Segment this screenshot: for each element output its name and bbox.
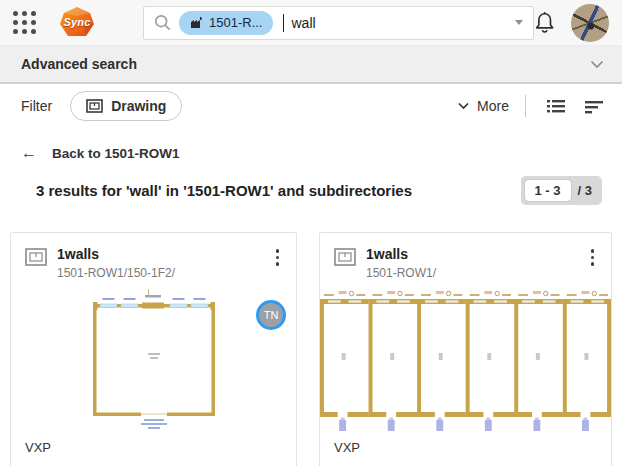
back-link-label: Back to 1501-ROW1 [52, 146, 180, 161]
advanced-search-label: Advanced search [21, 56, 137, 72]
view-tools: More [458, 95, 604, 117]
card-path: 1501-ROW1/ [366, 266, 576, 280]
more-button[interactable]: More [458, 98, 509, 114]
kebab-menu-icon[interactable] [586, 246, 600, 269]
pagination-range[interactable]: 1 - 3 [525, 180, 571, 201]
search-query-text: wall [291, 15, 315, 31]
search-input[interactable]: 1501-R... wall [143, 6, 534, 40]
card-title: 1walls [57, 246, 261, 262]
sort-icon [584, 98, 604, 114]
back-link[interactable]: ← Back to 1501-ROW1 [0, 145, 622, 161]
advanced-search-bar[interactable]: Advanced search [0, 46, 622, 84]
filter-chip-label: Drawing [111, 98, 166, 114]
card-title: 1walls [366, 246, 576, 262]
app-launcher-icon[interactable] [13, 11, 36, 34]
results-grid: 1walls 1501-ROW1/150-1F2/ [0, 232, 622, 466]
card-path: 1501-ROW1/150-1F2/ [57, 266, 261, 280]
building-icon [190, 16, 203, 29]
sync-logo-text: Sync [59, 16, 95, 28]
more-label: More [477, 98, 509, 114]
drawing-doc-icon [334, 248, 356, 266]
filter-bar: Filter Drawing More [0, 84, 622, 128]
chevron-down-icon[interactable] [590, 60, 604, 69]
back-arrow-icon: ← [21, 145, 37, 161]
filter-chip-drawing[interactable]: Drawing [70, 91, 182, 121]
result-card-2[interactable]: 1walls 1501-ROW1/ [319, 232, 612, 466]
drawing-icon [86, 99, 103, 113]
pagination: 1 - 3 / 3 [521, 176, 602, 205]
search-dropdown-icon[interactable] [515, 20, 523, 25]
divider [525, 95, 526, 117]
user-avatar[interactable] [571, 4, 609, 42]
text-cursor [283, 14, 284, 32]
results-heading: 3 results for 'wall' in '1501-ROW1' and … [36, 182, 412, 199]
card-title-block: 1walls 1501-ROW1/150-1F2/ [57, 246, 261, 280]
drawing-thumbnail[interactable]: TN [11, 289, 296, 437]
kebab-menu-icon[interactable] [271, 246, 285, 269]
pagination-total: / 3 [578, 183, 598, 198]
search-scope-label: 1501-R... [209, 15, 262, 30]
card-header: 1walls 1501-ROW1/150-1F2/ [11, 233, 296, 289]
list-view-button[interactable] [546, 98, 566, 114]
sort-button[interactable] [584, 98, 604, 114]
page: Sync 1501-R... wall Advanced sea [0, 0, 622, 466]
card-title-block: 1walls 1501-ROW1/ [366, 246, 576, 280]
search-scope-chip[interactable]: 1501-R... [179, 11, 273, 35]
filter-label: Filter [21, 98, 52, 114]
card-header: 1walls 1501-ROW1/ [320, 233, 611, 289]
sync-logo[interactable]: Sync [59, 7, 95, 39]
bell-icon[interactable] [534, 11, 555, 35]
results-header: 3 results for 'wall' in '1501-ROW1' and … [0, 176, 622, 205]
user-initials-badge: TN [256, 300, 286, 330]
card-footer-label: VXP [320, 437, 611, 455]
drawing-thumbnail[interactable] [320, 289, 611, 437]
card-footer-label: VXP [11, 437, 296, 455]
top-bar: Sync 1501-R... wall [0, 0, 622, 46]
drawing-doc-icon [25, 248, 47, 266]
result-card-1[interactable]: 1walls 1501-ROW1/150-1F2/ [10, 232, 297, 466]
search-icon [154, 14, 171, 31]
list-view-icon [546, 98, 566, 114]
chevron-down-icon [458, 102, 469, 110]
